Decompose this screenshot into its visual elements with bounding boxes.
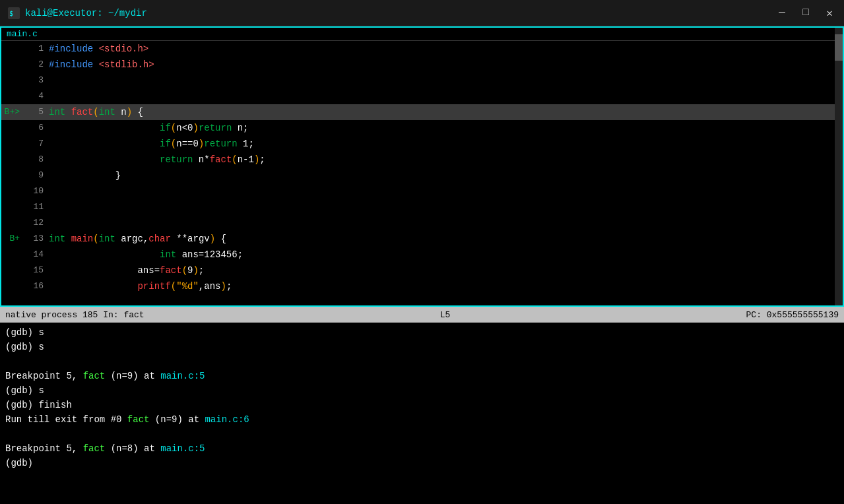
token-op: [49, 281, 137, 292]
terminal-text: main.c:5: [160, 371, 205, 381]
terminal-line: Breakpoint 5, fact (n=9) at main.c:5: [5, 369, 839, 383]
line-code: if(n<0)return n;: [49, 120, 249, 136]
code-line: 10: [1, 183, 843, 199]
titlebar: $ kali@Executor: ~/mydir — □ ✕: [0, 0, 844, 26]
token-paren: ): [127, 107, 132, 117]
line-number: 6: [22, 120, 49, 136]
token-paren: ): [220, 281, 226, 292]
code-line: 4: [1, 88, 843, 104]
token-hdr: <stdlib.h>: [99, 59, 154, 70]
line-number: 16: [22, 278, 49, 294]
token-inc: #include: [49, 59, 93, 70]
line-code: int fact(int n) {: [49, 104, 143, 120]
line-number: 5: [22, 104, 49, 120]
terminal-icon: $: [8, 7, 20, 19]
token-fn: fact: [160, 265, 182, 276]
code-line: 2#include <stdlib.h>: [1, 57, 843, 73]
terminal-text: fact: [127, 414, 150, 425]
line-code: #include <stdlib.h>: [49, 57, 154, 73]
token-op: }: [49, 170, 121, 181]
terminal-text: (gdb): [5, 458, 33, 468]
line-prefix: B+: [1, 231, 22, 247]
code-line: 15 ans=fact(9);: [1, 263, 843, 278]
close-button[interactable]: ✕: [823, 7, 836, 20]
statusbar: native process 185 In: fact L5 PC: 0x555…: [0, 307, 844, 323]
line-number: 3: [22, 73, 49, 88]
line-code: if(n==0)return 1;: [49, 136, 254, 152]
line-number: 12: [22, 215, 49, 231]
token-op: [49, 154, 160, 165]
code-line: 3: [1, 73, 843, 88]
token-hdr: <stdio.h>: [99, 44, 149, 54]
token-type-red: char: [148, 234, 171, 244]
code-line: 14 int ans=123456;: [1, 247, 843, 263]
token-op: ;: [226, 281, 232, 292]
line-code: int main(int argc,char **argv) {: [49, 231, 226, 247]
token-op: n;: [232, 123, 248, 133]
terminal-text: (gdb) s: [5, 385, 44, 396]
code-line: 12: [1, 215, 843, 231]
token-kw: if: [160, 123, 171, 133]
token-paren: (: [171, 281, 176, 292]
token-op: n: [115, 107, 127, 117]
token-fn: printf: [137, 281, 170, 292]
terminal-text: fact: [83, 371, 106, 381]
token-op: n==0: [176, 139, 199, 149]
token-str: "%d": [176, 281, 199, 292]
token-op: {: [215, 234, 226, 244]
window-title: kali@Executor: ~/mydir: [25, 8, 147, 18]
token-op: [49, 139, 160, 149]
line-number: 9: [22, 168, 49, 183]
line-number: 4: [22, 88, 49, 104]
window-controls: — □ ✕: [775, 7, 836, 20]
token-fn: main: [71, 234, 94, 244]
terminal-text: fact: [83, 443, 106, 454]
line-code: int ans=123456;: [49, 247, 243, 263]
token-op: [93, 59, 98, 70]
code-line: 8 return n*fact(n-1);: [1, 152, 843, 168]
token-fn: fact: [71, 107, 94, 117]
terminal-line: [5, 354, 839, 369]
scrollbar[interactable]: [835, 28, 843, 305]
file-tab[interactable]: main.c: [1, 28, 843, 41]
terminal-line: Breakpoint 5, fact (n=8) at main.c:5: [5, 441, 839, 456]
terminal-text: Breakpoint 5,: [5, 443, 83, 454]
token-op: ,ans: [199, 281, 221, 292]
terminal-text: (n=9) at: [105, 371, 160, 381]
token-op: [49, 123, 160, 133]
minimize-button[interactable]: —: [775, 7, 789, 20]
terminal-line: [5, 427, 839, 441]
line-number: 2: [22, 57, 49, 73]
token-paren: (: [171, 139, 176, 149]
token-op: [65, 107, 71, 117]
terminal-text: Run till exit from #0: [5, 414, 127, 425]
terminal-line: (gdb) s: [5, 325, 839, 340]
terminal-text: (n=9) at: [149, 414, 205, 425]
token-kw: return: [199, 123, 232, 133]
terminal-line: (gdb) s: [5, 340, 839, 354]
line-number: 8: [22, 152, 49, 168]
token-op: ans=123456;: [176, 249, 243, 260]
token-op: ;: [199, 265, 204, 276]
token-op: {: [132, 107, 143, 117]
code-line: 6 if(n<0)return n;: [1, 120, 843, 136]
terminal-line: (gdb) finish: [5, 398, 839, 412]
terminal-text: main.c:5: [160, 443, 205, 454]
token-paren: ): [193, 265, 198, 276]
scrollbar-thumb[interactable]: [835, 34, 843, 61]
token-inc: #include: [49, 44, 93, 54]
token-op: ans=: [49, 265, 160, 276]
token-op: n-1: [238, 154, 254, 165]
terminal-line: (gdb) s: [5, 383, 839, 398]
terminal-text: (gdb) s: [5, 342, 44, 352]
token-paren: ): [193, 123, 198, 133]
status-right: PC: 0x555555555139: [746, 310, 839, 320]
maximize-button[interactable]: □: [799, 7, 812, 20]
line-code: return n*fact(n-1);: [49, 152, 265, 168]
line-code: ans=fact(9);: [49, 263, 204, 278]
token-op: n*: [193, 154, 209, 165]
token-paren: (: [182, 265, 187, 276]
svg-text:$: $: [9, 10, 13, 17]
token-op: [65, 234, 71, 244]
status-left: native process 185 In: fact: [5, 310, 145, 320]
